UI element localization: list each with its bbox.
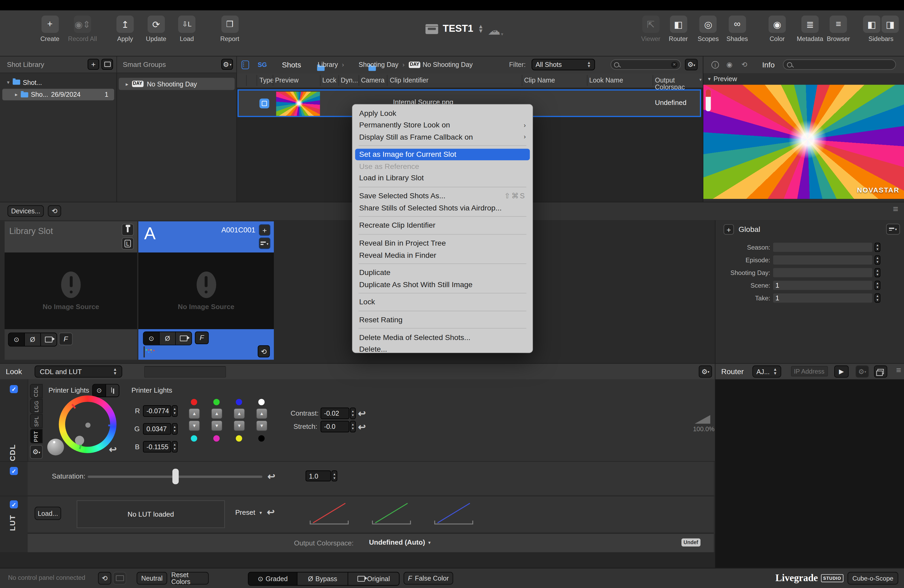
bypass-icon[interactable]: Ø xyxy=(25,333,41,346)
white-down-button[interactable]: ▼ xyxy=(256,420,267,431)
sidebars-button[interactable]: ◧◨Sidebars xyxy=(863,16,899,42)
output-colorspace-dropdown[interactable]: Undefined (Auto) ▼ xyxy=(369,538,431,547)
saturation-stepper[interactable]: ▲▼ xyxy=(332,470,337,481)
menu-item-set-as-image[interactable]: Set as Image for Current Slot xyxy=(355,149,530,160)
episode-stepper[interactable]: ▲▼ xyxy=(875,255,880,265)
col-look-name[interactable]: Look Name xyxy=(589,77,623,84)
col-camera[interactable]: Camera xyxy=(361,77,384,84)
preview-header[interactable]: ▾ Preview xyxy=(703,73,904,85)
contrast-reset-icon[interactable]: ↩ xyxy=(358,408,365,419)
view-mode-segment[interactable]: ⊙Graded ØBypass Original xyxy=(248,572,400,586)
disclosure-right-icon[interactable]: ▸ xyxy=(15,92,18,98)
cdl-enable-checkbox[interactable]: ✓ xyxy=(10,385,18,394)
col-type[interactable]: Type xyxy=(259,77,274,84)
stretch-stepper[interactable]: ▲▼ xyxy=(350,421,356,433)
pin-button[interactable] xyxy=(122,224,134,236)
wheel-reset-icon[interactable]: ↩ xyxy=(109,444,117,455)
router-layers-button[interactable] xyxy=(874,365,887,378)
slot-list-button[interactable]: ▾ xyxy=(259,237,270,249)
white-up-button[interactable]: ▲ xyxy=(256,408,267,419)
load-button[interactable]: ⇩LLoad xyxy=(178,16,195,42)
menu-item-duplicate-as-shot[interactable]: Duplicate As Shot With Still Image xyxy=(352,278,533,290)
menu-item-lock[interactable]: Lock xyxy=(352,296,533,308)
scene-field[interactable]: 1 xyxy=(773,281,872,290)
stretch-value[interactable]: -0.0 xyxy=(321,421,349,433)
update-button[interactable]: ⟳Update xyxy=(146,16,166,42)
menu-item-reveal-bin[interactable]: Reveal Bin in Project Tree xyxy=(352,237,533,249)
menu-item-reset-rating[interactable]: Reset Rating xyxy=(352,314,533,326)
col-output-colorspace[interactable]: Output Colorspac xyxy=(655,77,703,90)
devices-button[interactable]: Devices... xyxy=(7,205,44,217)
col-clip-name[interactable]: Clip Name xyxy=(524,77,555,84)
slot-refresh-button[interactable]: ⟲ xyxy=(258,345,270,357)
devices-refresh-button[interactable]: ⟲ xyxy=(48,205,61,217)
smart-groups-gear-button[interactable]: ⚙▾ xyxy=(221,59,233,70)
cube-o-scope-button[interactable]: Cube-o-Scope xyxy=(847,572,898,585)
slot-a[interactable]: A A001C001 + ▾ No Image Source ⊙ Ø F ⟲ xyxy=(138,221,274,360)
scopes-button[interactable]: ◎Scopes xyxy=(697,16,719,42)
color-button[interactable]: ◉Color xyxy=(768,16,785,42)
shots-search-input[interactable]: ✕ xyxy=(611,60,681,70)
library-badge-button[interactable]: L xyxy=(122,237,134,250)
router-button[interactable]: ◧Router xyxy=(669,16,688,42)
episode-field[interactable] xyxy=(773,255,872,265)
reset-colors-button[interactable]: Reset Colors xyxy=(171,572,209,585)
b-value[interactable]: -0.1155 xyxy=(143,441,171,453)
wheel-mode-toggle[interactable]: ⊙ xyxy=(92,384,120,397)
original-icon[interactable] xyxy=(176,332,191,345)
clear-search-icon[interactable]: ✕ xyxy=(671,61,678,68)
menu-item-recreate-clip-identifier[interactable]: Recreate Clip Identifier xyxy=(352,220,533,231)
b-stepper[interactable]: ▲▼ xyxy=(172,441,178,453)
global-add-button[interactable]: + xyxy=(724,224,734,234)
shooting-day-field[interactable] xyxy=(773,268,872,277)
menu-item-share-stills-airdrop[interactable]: Share Stills of Selected Shots via Airdr… xyxy=(352,202,533,213)
project-selector[interactable]: TEST1 ▲▼ xyxy=(425,23,484,35)
r-stepper[interactable]: ▲▼ xyxy=(172,405,178,417)
lut-reset-icon[interactable]: ↩ xyxy=(267,507,275,518)
sliders-icon[interactable] xyxy=(106,384,119,397)
breadcrumb-library[interactable]: Library xyxy=(318,61,338,68)
take-field[interactable]: 1 xyxy=(773,294,872,303)
menu-item-permanently-store-look[interactable]: Permanently Store Look on› xyxy=(352,119,533,131)
panel-refresh-button[interactable]: ⟲ xyxy=(98,572,111,585)
menu-item-save-selected-shots[interactable]: Save Selected Shots As...⇧⌘S xyxy=(352,190,533,202)
info-search-input[interactable] xyxy=(783,60,896,70)
false-color-button[interactable]: F xyxy=(195,332,209,344)
look-mode-dropdown[interactable]: CDL and LUT ▲▼ xyxy=(35,365,122,378)
false-color-button[interactable]: F xyxy=(58,333,73,345)
r-value[interactable]: -0.0774 xyxy=(143,405,171,417)
cdl-gear-button[interactable]: ⚙▾ xyxy=(30,445,43,459)
graded-icon[interactable]: ⊙ xyxy=(144,332,160,345)
menu-item-reveal-media[interactable]: Reveal Media in Finder xyxy=(352,249,533,261)
graded-segment[interactable]: ⊙Graded xyxy=(248,572,297,585)
mix-ramp-icon[interactable] xyxy=(695,415,710,424)
report-button[interactable]: ❒Report xyxy=(220,16,239,42)
menu-item-delete-media[interactable]: Delete Media of Selected Shots... xyxy=(352,332,533,343)
g-stepper[interactable]: ▲▼ xyxy=(172,423,178,435)
global-list-button[interactable]: ▾ xyxy=(886,224,900,234)
router-connect-button[interactable]: ▶ xyxy=(834,365,849,378)
col-clip-identifier[interactable]: Clip Identifier xyxy=(390,77,428,84)
graded-icon[interactable]: ⊙ xyxy=(9,333,25,346)
library-tree-child-row[interactable]: ▸ Sho... 26/9/2024 1 xyxy=(2,89,114,100)
metadata-button[interactable]: ≣Metadata xyxy=(797,16,823,42)
browser-button[interactable]: ≡Browser xyxy=(827,16,850,42)
green-down-button[interactable]: ▼ xyxy=(211,420,223,431)
router-ip-field[interactable]: IP Address xyxy=(791,366,828,376)
blue-up-button[interactable]: ▲ xyxy=(233,408,245,419)
bypass-icon[interactable]: Ø xyxy=(160,332,176,345)
lut-preset-dropdown[interactable]: Preset ▼ xyxy=(235,508,263,517)
shooting-day-stepper[interactable]: ▲▼ xyxy=(875,268,880,277)
history-icon[interactable]: ⟲ xyxy=(741,60,747,69)
wheel-icon[interactable]: ⊙ xyxy=(93,384,106,397)
preview-vertical-scrollbar[interactable] xyxy=(706,89,711,111)
tab-lgg[interactable]: LGG xyxy=(30,399,43,414)
panel-menu-icon[interactable]: ≡ xyxy=(896,365,901,375)
menu-item-load-in-library-slot[interactable]: Load in Library Slot xyxy=(352,172,533,184)
panel-menu-icon[interactable]: ≡ xyxy=(893,204,898,214)
menu-item-delete[interactable]: Delete... xyxy=(352,343,533,355)
info-icon[interactable]: i xyxy=(711,61,719,68)
router-device-dropdown[interactable]: AJ... ▲▼ xyxy=(752,365,781,378)
menu-item-duplicate[interactable]: Duplicate xyxy=(352,267,533,278)
take-stepper[interactable]: ▲▼ xyxy=(875,294,880,303)
